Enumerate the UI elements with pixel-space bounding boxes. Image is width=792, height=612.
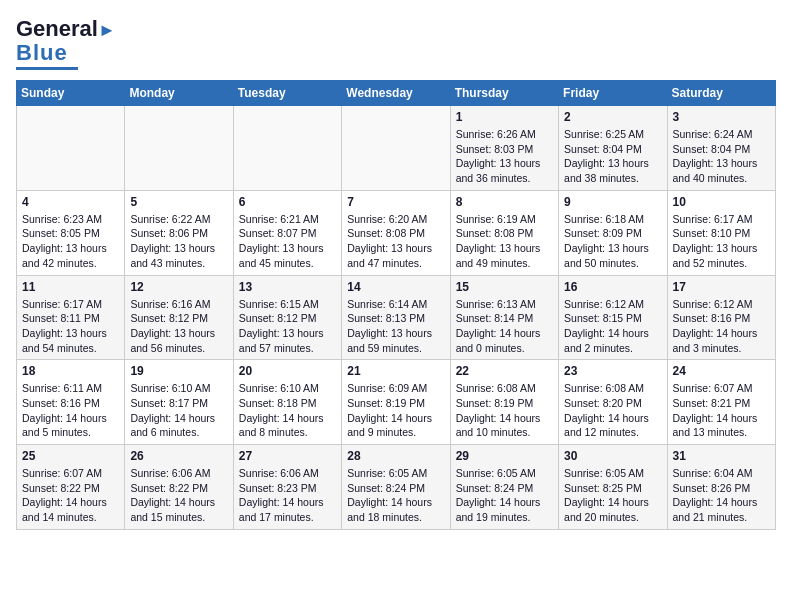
day-info: Sunrise: 6:12 AMSunset: 8:16 PMDaylight:… (673, 297, 770, 356)
day-number: 14 (347, 280, 444, 294)
calendar-cell: 4Sunrise: 6:23 AMSunset: 8:05 PMDaylight… (17, 190, 125, 275)
calendar-cell: 23Sunrise: 6:08 AMSunset: 8:20 PMDayligh… (559, 360, 667, 445)
day-number: 10 (673, 195, 770, 209)
day-info: Sunrise: 6:07 AMSunset: 8:22 PMDaylight:… (22, 466, 119, 525)
day-info: Sunrise: 6:11 AMSunset: 8:16 PMDaylight:… (22, 381, 119, 440)
calendar-cell: 31Sunrise: 6:04 AMSunset: 8:26 PMDayligh… (667, 445, 775, 530)
day-info: Sunrise: 6:18 AMSunset: 8:09 PMDaylight:… (564, 212, 661, 271)
day-info: Sunrise: 6:09 AMSunset: 8:19 PMDaylight:… (347, 381, 444, 440)
day-number: 3 (673, 110, 770, 124)
day-number: 20 (239, 364, 336, 378)
day-info: Sunrise: 6:05 AMSunset: 8:24 PMDaylight:… (347, 466, 444, 525)
calendar-cell: 18Sunrise: 6:11 AMSunset: 8:16 PMDayligh… (17, 360, 125, 445)
calendar-cell: 12Sunrise: 6:16 AMSunset: 8:12 PMDayligh… (125, 275, 233, 360)
logo-underline (16, 67, 78, 70)
day-number: 4 (22, 195, 119, 209)
calendar: SundayMondayTuesdayWednesdayThursdayFrid… (16, 80, 776, 530)
day-info: Sunrise: 6:19 AMSunset: 8:08 PMDaylight:… (456, 212, 553, 271)
calendar-cell: 15Sunrise: 6:13 AMSunset: 8:14 PMDayligh… (450, 275, 558, 360)
day-number: 30 (564, 449, 661, 463)
calendar-cell: 25Sunrise: 6:07 AMSunset: 8:22 PMDayligh… (17, 445, 125, 530)
day-number: 9 (564, 195, 661, 209)
day-info: Sunrise: 6:12 AMSunset: 8:15 PMDaylight:… (564, 297, 661, 356)
calendar-cell: 28Sunrise: 6:05 AMSunset: 8:24 PMDayligh… (342, 445, 450, 530)
day-info: Sunrise: 6:13 AMSunset: 8:14 PMDaylight:… (456, 297, 553, 356)
calendar-cell (233, 106, 341, 191)
day-number: 2 (564, 110, 661, 124)
calendar-cell (17, 106, 125, 191)
day-number: 11 (22, 280, 119, 294)
calendar-cell: 11Sunrise: 6:17 AMSunset: 8:11 PMDayligh… (17, 275, 125, 360)
day-number: 5 (130, 195, 227, 209)
calendar-cell: 7Sunrise: 6:20 AMSunset: 8:08 PMDaylight… (342, 190, 450, 275)
calendar-cell: 19Sunrise: 6:10 AMSunset: 8:17 PMDayligh… (125, 360, 233, 445)
calendar-cell: 5Sunrise: 6:22 AMSunset: 8:06 PMDaylight… (125, 190, 233, 275)
calendar-cell: 8Sunrise: 6:19 AMSunset: 8:08 PMDaylight… (450, 190, 558, 275)
calendar-cell: 24Sunrise: 6:07 AMSunset: 8:21 PMDayligh… (667, 360, 775, 445)
day-info: Sunrise: 6:08 AMSunset: 8:20 PMDaylight:… (564, 381, 661, 440)
day-info: Sunrise: 6:16 AMSunset: 8:12 PMDaylight:… (130, 297, 227, 356)
day-number: 22 (456, 364, 553, 378)
day-info: Sunrise: 6:14 AMSunset: 8:13 PMDaylight:… (347, 297, 444, 356)
day-number: 29 (456, 449, 553, 463)
day-number: 24 (673, 364, 770, 378)
calendar-cell: 6Sunrise: 6:21 AMSunset: 8:07 PMDaylight… (233, 190, 341, 275)
logo-text: General► (16, 16, 116, 42)
day-info: Sunrise: 6:24 AMSunset: 8:04 PMDaylight:… (673, 127, 770, 186)
calendar-cell: 2Sunrise: 6:25 AMSunset: 8:04 PMDaylight… (559, 106, 667, 191)
calendar-cell: 9Sunrise: 6:18 AMSunset: 8:09 PMDaylight… (559, 190, 667, 275)
day-info: Sunrise: 6:17 AMSunset: 8:11 PMDaylight:… (22, 297, 119, 356)
calendar-cell: 30Sunrise: 6:05 AMSunset: 8:25 PMDayligh… (559, 445, 667, 530)
calendar-cell: 27Sunrise: 6:06 AMSunset: 8:23 PMDayligh… (233, 445, 341, 530)
day-info: Sunrise: 6:23 AMSunset: 8:05 PMDaylight:… (22, 212, 119, 271)
day-info: Sunrise: 6:07 AMSunset: 8:21 PMDaylight:… (673, 381, 770, 440)
calendar-cell: 3Sunrise: 6:24 AMSunset: 8:04 PMDaylight… (667, 106, 775, 191)
logo-blue-text: Blue (16, 40, 68, 66)
calendar-cell: 1Sunrise: 6:26 AMSunset: 8:03 PMDaylight… (450, 106, 558, 191)
day-number: 21 (347, 364, 444, 378)
day-number: 17 (673, 280, 770, 294)
weekday-header-saturday: Saturday (667, 81, 775, 106)
day-info: Sunrise: 6:08 AMSunset: 8:19 PMDaylight:… (456, 381, 553, 440)
weekday-header-friday: Friday (559, 81, 667, 106)
weekday-header-thursday: Thursday (450, 81, 558, 106)
day-number: 19 (130, 364, 227, 378)
day-info: Sunrise: 6:06 AMSunset: 8:22 PMDaylight:… (130, 466, 227, 525)
weekday-header-monday: Monday (125, 81, 233, 106)
day-info: Sunrise: 6:10 AMSunset: 8:17 PMDaylight:… (130, 381, 227, 440)
day-info: Sunrise: 6:06 AMSunset: 8:23 PMDaylight:… (239, 466, 336, 525)
calendar-cell: 22Sunrise: 6:08 AMSunset: 8:19 PMDayligh… (450, 360, 558, 445)
day-number: 25 (22, 449, 119, 463)
weekday-header-wednesday: Wednesday (342, 81, 450, 106)
day-info: Sunrise: 6:25 AMSunset: 8:04 PMDaylight:… (564, 127, 661, 186)
day-info: Sunrise: 6:17 AMSunset: 8:10 PMDaylight:… (673, 212, 770, 271)
logo: General► Blue (16, 16, 116, 70)
calendar-cell: 26Sunrise: 6:06 AMSunset: 8:22 PMDayligh… (125, 445, 233, 530)
day-number: 28 (347, 449, 444, 463)
day-info: Sunrise: 6:15 AMSunset: 8:12 PMDaylight:… (239, 297, 336, 356)
day-number: 12 (130, 280, 227, 294)
day-number: 7 (347, 195, 444, 209)
calendar-cell: 20Sunrise: 6:10 AMSunset: 8:18 PMDayligh… (233, 360, 341, 445)
day-number: 18 (22, 364, 119, 378)
day-number: 8 (456, 195, 553, 209)
day-number: 23 (564, 364, 661, 378)
day-number: 15 (456, 280, 553, 294)
day-info: Sunrise: 6:22 AMSunset: 8:06 PMDaylight:… (130, 212, 227, 271)
calendar-cell: 17Sunrise: 6:12 AMSunset: 8:16 PMDayligh… (667, 275, 775, 360)
calendar-cell (125, 106, 233, 191)
calendar-cell: 21Sunrise: 6:09 AMSunset: 8:19 PMDayligh… (342, 360, 450, 445)
day-info: Sunrise: 6:05 AMSunset: 8:25 PMDaylight:… (564, 466, 661, 525)
day-number: 27 (239, 449, 336, 463)
calendar-cell: 13Sunrise: 6:15 AMSunset: 8:12 PMDayligh… (233, 275, 341, 360)
day-number: 16 (564, 280, 661, 294)
weekday-header-sunday: Sunday (17, 81, 125, 106)
calendar-cell: 14Sunrise: 6:14 AMSunset: 8:13 PMDayligh… (342, 275, 450, 360)
day-info: Sunrise: 6:20 AMSunset: 8:08 PMDaylight:… (347, 212, 444, 271)
calendar-cell (342, 106, 450, 191)
day-info: Sunrise: 6:04 AMSunset: 8:26 PMDaylight:… (673, 466, 770, 525)
day-info: Sunrise: 6:21 AMSunset: 8:07 PMDaylight:… (239, 212, 336, 271)
day-number: 13 (239, 280, 336, 294)
calendar-cell: 29Sunrise: 6:05 AMSunset: 8:24 PMDayligh… (450, 445, 558, 530)
day-number: 6 (239, 195, 336, 209)
